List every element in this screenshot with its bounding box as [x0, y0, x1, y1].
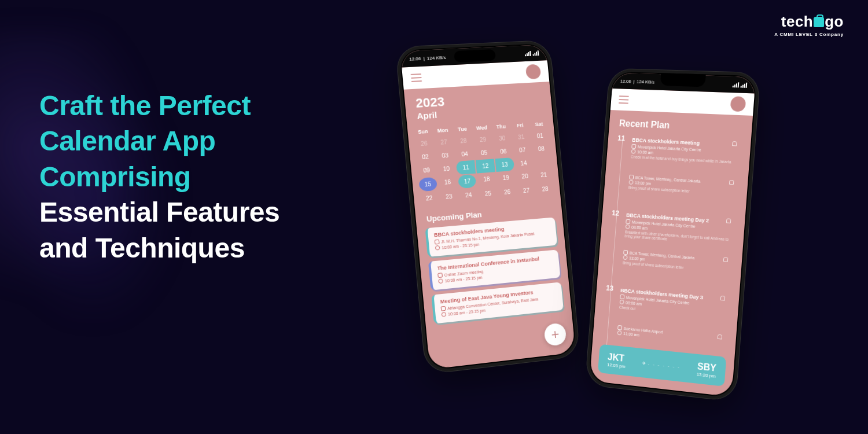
- calendar-day[interactable]: 27: [434, 135, 454, 149]
- calendar-dow: Tue: [453, 123, 472, 135]
- clock-icon: [620, 300, 624, 305]
- phone-notch: [454, 49, 496, 62]
- bell-icon[interactable]: [716, 333, 723, 341]
- timeline-item[interactable]: 12BBCA stockholders meeting Day 2Movenpi…: [624, 210, 737, 249]
- calendar-day[interactable]: 15: [418, 177, 437, 192]
- calendar-day[interactable]: 18: [477, 172, 496, 187]
- calendar-dow: Mon: [433, 124, 453, 136]
- location-icon: [631, 144, 636, 149]
- calendar-day[interactable]: 10: [436, 161, 456, 176]
- bell-icon[interactable]: [731, 141, 738, 148]
- calendar-day[interactable]: 21: [534, 168, 553, 183]
- calendar-day[interactable]: 13: [495, 157, 514, 172]
- calendar-day[interactable]: 01: [531, 129, 550, 144]
- calendar-day[interactable]: 07: [513, 143, 532, 157]
- location-icon: [617, 325, 622, 330]
- timeline-day: 11: [616, 134, 627, 143]
- calendar-dow: Thu: [491, 121, 510, 133]
- calendar-day[interactable]: 30: [492, 131, 512, 146]
- headline-l1: Craft the Perfect: [39, 90, 251, 121]
- clock-icon: [628, 180, 633, 185]
- calendar-day[interactable]: 17: [458, 174, 477, 189]
- calendar-day[interactable]: 20: [516, 169, 535, 185]
- calendar-day[interactable]: 04: [455, 147, 475, 161]
- clock-icon: [441, 312, 446, 317]
- location-icon: [437, 273, 443, 278]
- location-icon: [623, 250, 628, 255]
- bell-icon[interactable]: [722, 256, 730, 264]
- calendar-day[interactable]: 11: [456, 160, 476, 175]
- clock-icon: [631, 149, 636, 154]
- timeline-item[interactable]: 11BBCA stockholders meetingMovenpick Hot…: [630, 135, 743, 172]
- clock-icon: [626, 224, 630, 229]
- headline-l3: Comprising: [39, 161, 191, 192]
- timeline-item[interactable]: 13BBCA stockholders meeting Day 3Movenpi…: [619, 285, 731, 326]
- calendar-day[interactable]: 02: [415, 150, 435, 164]
- calendar-day[interactable]: 28: [454, 134, 473, 148]
- timeline-item[interactable]: BCA Tower, Menteng, Central Jakarta13:00…: [621, 248, 734, 288]
- avatar[interactable]: [730, 96, 746, 112]
- calendar-day[interactable]: 03: [435, 148, 455, 163]
- status-data: 124 KB/s: [426, 54, 446, 61]
- calendar-day[interactable]: 31: [512, 130, 531, 145]
- clock-icon: [438, 278, 443, 284]
- calendar-day[interactable]: 16: [437, 175, 457, 190]
- logo-text-right: go: [825, 13, 844, 31]
- calendar-dow: Sun: [413, 126, 433, 137]
- menu-icon[interactable]: [411, 73, 422, 82]
- clock-icon: [435, 245, 440, 251]
- calendar-dow: Wed: [472, 122, 491, 134]
- calendar-dow: Sat: [529, 119, 548, 130]
- avatar[interactable]: [525, 64, 542, 80]
- calendar-day[interactable]: 09: [417, 163, 436, 178]
- clock-icon: [623, 255, 627, 260]
- calendar-day[interactable]: 23: [439, 189, 459, 204]
- timeline: 11BBCA stockholders meetingMovenpick Hot…: [592, 134, 751, 366]
- location-icon: [441, 306, 446, 311]
- headline-l5: and Techniques: [39, 233, 245, 263]
- clock-icon: [617, 330, 621, 336]
- location-icon: [626, 219, 630, 224]
- add-button[interactable]: +: [543, 322, 567, 347]
- bell-icon[interactable]: [719, 295, 726, 303]
- calendar-day[interactable]: 14: [514, 156, 533, 171]
- calendar-day[interactable]: 29: [473, 133, 493, 147]
- status-time: 12.06: [620, 78, 632, 83]
- phones-mockup: 12.06 | 124 KB/s 2023 April: [365, 35, 868, 434]
- bell-icon[interactable]: [728, 179, 735, 187]
- calendar-day[interactable]: 26: [414, 136, 434, 150]
- headline-l2: Calendar App: [39, 126, 215, 156]
- calendar-day[interactable]: 26: [498, 185, 517, 199]
- signal-icon: [741, 82, 748, 87]
- logo-bag-icon: [814, 17, 824, 27]
- signal-icon: [532, 50, 539, 56]
- phone-notch: [660, 73, 706, 87]
- calendar-day[interactable]: 24: [459, 188, 479, 203]
- headline: Craft the Perfect Calendar App Comprisin…: [39, 88, 352, 266]
- plan-list: BBCA stockholders meeting Jl. M.H. Thamr…: [417, 216, 571, 325]
- calendar-day[interactable]: 06: [494, 144, 513, 159]
- phone-right: 12.06 | 124 KB/s Recent Plan 11B: [585, 68, 761, 402]
- brand-logo: tech go A CMMI LEVEL 3 Company: [774, 13, 844, 37]
- menu-icon[interactable]: [619, 95, 629, 104]
- timeline-item[interactable]: BCA Tower, Menteng, Central Jakarta13:00…: [627, 172, 740, 210]
- timeline-line: [606, 139, 623, 353]
- calendar-day[interactable]: 25: [479, 186, 498, 201]
- bell-icon[interactable]: [725, 218, 733, 225]
- flight-plane-icon: ✈ - - - - - - -: [642, 361, 681, 370]
- calendar-grid: SunMonTueWedThuFriSat 262728293031010203…: [407, 116, 561, 211]
- calendar-dow: Fri: [510, 120, 529, 131]
- status-data: 124 KB/s: [637, 79, 655, 84]
- calendar-day[interactable]: 27: [517, 183, 536, 198]
- calendar-day[interactable]: 08: [532, 142, 551, 156]
- calendar-day[interactable]: 05: [475, 146, 494, 160]
- logo-text-left: tech: [781, 13, 813, 31]
- signal-icon: [524, 50, 531, 56]
- calendar-day[interactable]: 28: [536, 182, 555, 196]
- calendar-day[interactable]: 19: [496, 171, 516, 186]
- calendar-day[interactable]: 22: [420, 191, 439, 206]
- phone-left: 12.06 | 124 KB/s 2023 April: [395, 40, 580, 375]
- calendar-day[interactable]: 12: [476, 159, 495, 173]
- location-icon: [435, 240, 440, 245]
- status-time: 12.06: [409, 56, 421, 61]
